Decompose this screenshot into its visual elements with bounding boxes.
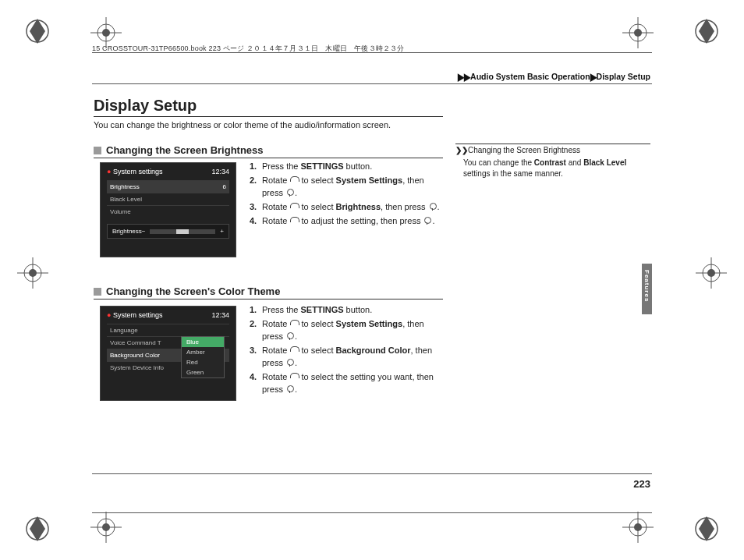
step-number: 4.: [250, 371, 262, 396]
section-heading-brightness: Changing the Screen Brightness: [94, 144, 443, 158]
dial-icon: [289, 320, 299, 328]
side-tab-features: Features: [642, 264, 652, 314]
step-text: Rotate to select the setting you want, t…: [262, 371, 445, 396]
minus-icon: −: [142, 228, 146, 235]
square-bullet-icon: [94, 288, 101, 296]
register-mark-icon: [17, 257, 48, 289]
dial-icon: [289, 176, 299, 184]
divider: [92, 473, 652, 474]
slider: [150, 229, 215, 234]
crop-mark-icon: [691, 513, 722, 544]
step-number: 4.: [250, 215, 262, 228]
register-mark-icon: [696, 257, 727, 289]
dial-icon: [289, 373, 299, 381]
step: 3.Rotate to select Background Color, the…: [250, 345, 445, 370]
plus-icon: +: [220, 228, 224, 235]
page-number: 223: [633, 478, 650, 490]
side-note: ❯❯Changing the Screen Brightness You can…: [455, 144, 650, 179]
step-text: Rotate to adjust the setting, then press…: [262, 215, 435, 228]
step-text: Rotate to select System Settings, then p…: [262, 175, 445, 200]
double-chevron-icon: ❯❯: [455, 146, 468, 154]
press-icon: [428, 203, 438, 211]
steps-brightness: 1.Press the SETTINGS button.2.Rotate to …: [250, 161, 445, 229]
press-icon: [285, 359, 295, 367]
press-icon: [285, 189, 295, 197]
step: 4.Rotate to select the setting you want,…: [250, 371, 445, 396]
record-dot-icon: ●: [107, 311, 111, 319]
step-number: 1.: [250, 161, 262, 173]
intro-text: You can change the brightness or color t…: [94, 120, 443, 129]
dropdown-options: BlueAmberRedGreen: [181, 336, 225, 378]
step-text: Press the SETTINGS button.: [262, 304, 372, 317]
section-heading-color-theme: Changing the Screen's Color Theme: [94, 285, 443, 299]
register-mark-icon: [622, 512, 654, 543]
crop-mark-icon: [22, 513, 53, 544]
footer-rule: [92, 512, 652, 513]
step: 1.Press the SETTINGS button.: [250, 161, 445, 173]
step-text: Press the SETTINGS button.: [262, 161, 372, 173]
record-dot-icon: ●: [107, 168, 111, 175]
step: 3.Rotate to select Brightness, then pres…: [250, 201, 445, 214]
side-note-body: You can change the Contrast and Black Le…: [463, 158, 650, 179]
step-text: Rotate to select System Settings, then p…: [262, 318, 445, 343]
press-icon: [285, 385, 295, 393]
panel-title: System settings: [113, 311, 163, 319]
chevron-right-icon: ▶: [590, 71, 597, 82]
step-number: 3.: [250, 201, 262, 214]
screenshot-color-theme: ● System settings 12:34 LanguageVoice Co…: [100, 306, 236, 401]
panel-title: System settings: [113, 168, 163, 175]
footer-label: Brightness: [112, 228, 142, 235]
dropdown-option: Blue: [182, 337, 224, 347]
header-rule: [92, 52, 652, 53]
dial-icon: [289, 203, 299, 211]
square-bullet-icon: [94, 147, 101, 154]
step: 4.Rotate to adjust the setting, then pre…: [250, 215, 445, 228]
breadcrumb-item: Audio System Basic Operation: [470, 72, 590, 81]
breadcrumb-item: Display Setup: [597, 72, 650, 81]
crop-mark-icon: [691, 16, 722, 47]
step-number: 2.: [250, 175, 262, 200]
screenshot-brightness: ● System settings 12:34 Brightness6Black…: [100, 162, 236, 257]
clock: 12:34: [211, 311, 229, 319]
step-number: 3.: [250, 345, 262, 370]
step: 2.Rotate to select System Settings, then…: [250, 175, 445, 200]
section-heading-label: Changing the Screen's Color Theme: [106, 285, 280, 297]
title-rule: [94, 116, 443, 117]
menu-row: Black Level: [107, 193, 229, 205]
divider: [92, 83, 652, 84]
step-number: 2.: [250, 318, 262, 343]
step: 2.Rotate to select System Settings, then…: [250, 318, 445, 343]
side-note-heading: Changing the Screen Brightness: [468, 146, 580, 154]
crop-mark-icon: [22, 16, 53, 47]
press-icon: [423, 217, 432, 225]
dial-icon: [289, 217, 299, 225]
step-number: 1.: [250, 304, 262, 317]
menu-row: Brightness6: [107, 180, 229, 193]
register-mark-icon: [622, 17, 654, 48]
dropdown-option: Amber: [182, 347, 224, 357]
page-title: Display Setup: [94, 97, 197, 115]
menu-row: Language: [107, 324, 229, 336]
step-text: Rotate to select Background Color, then …: [262, 345, 445, 370]
register-mark-icon: [90, 512, 122, 543]
menu-row: Volume: [107, 205, 229, 218]
press-icon: [285, 332, 295, 340]
dropdown-option: Red: [182, 357, 224, 367]
dropdown-option: Green: [182, 367, 224, 377]
dial-icon: [289, 346, 299, 354]
section-heading-label: Changing the Screen Brightness: [106, 144, 264, 156]
chevron-right-icon: ▶▶: [458, 71, 470, 82]
breadcrumb: ▶▶Audio System Basic Operation▶Display S…: [458, 72, 650, 81]
clock: 12:34: [211, 168, 229, 175]
steps-color-theme: 1.Press the SETTINGS button.2.Rotate to …: [250, 304, 445, 398]
step: 1.Press the SETTINGS button.: [250, 304, 445, 317]
step-text: Rotate to select Brightness, then press …: [262, 201, 440, 214]
